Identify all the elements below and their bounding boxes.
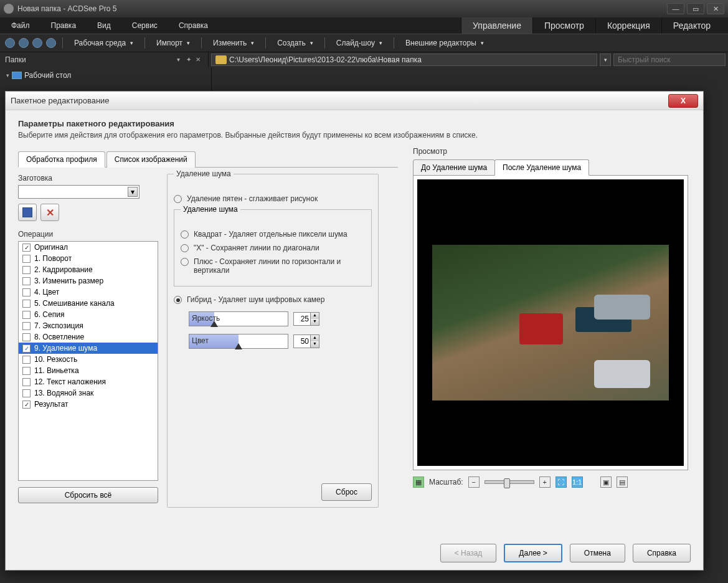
op-item-label: 12. Текст наложения (34, 377, 106, 386)
radio-plus[interactable]: Плюс - Сохраняет линии по горизонтали и … (181, 257, 365, 275)
menu-help[interactable]: Справка (174, 20, 213, 31)
menu-edit[interactable]: Правка (46, 20, 82, 31)
mode-develop[interactable]: Коррекция (595, 17, 661, 34)
nav-back-icon[interactable] (5, 38, 15, 48)
path-bar[interactable]: C:\Users\Леонид\Pictures\2013-02-22\люба… (211, 54, 597, 66)
checkbox-icon[interactable] (22, 266, 31, 274)
op-item[interactable]: 13. Водяной знак (19, 387, 158, 399)
checkbox-icon[interactable] (22, 288, 31, 296)
menu-view[interactable]: Вид (92, 20, 116, 31)
checkbox-icon[interactable] (22, 378, 31, 386)
menubar: Файл Правка Вид Сервис Справка Управлени… (0, 17, 728, 34)
zoom-11-icon[interactable]: 1:1 (572, 476, 583, 488)
close-button[interactable]: ✕ (707, 3, 724, 14)
op-item[interactable]: ✓9. Удаление шума (19, 343, 158, 354)
back-button[interactable]: < Назад (440, 544, 497, 562)
maximize-button[interactable]: ▭ (687, 3, 704, 14)
op-item-label: 11. Виньетка (34, 366, 79, 375)
op-item-label: 3. Изменить размер (34, 277, 103, 285)
op-item[interactable]: 7. Экспозиция (19, 320, 158, 331)
preset-combo[interactable]: ▾ (18, 185, 139, 199)
mode-manage[interactable]: Управление (461, 17, 532, 34)
op-item[interactable]: 10. Резкость (19, 354, 158, 365)
op-item[interactable]: 5. Смешивание канала (19, 298, 158, 309)
toolbar-modify[interactable]: Изменить▾ (208, 37, 259, 49)
tree-expand-icon[interactable]: ▾ (6, 72, 9, 78)
checkbox-icon[interactable] (22, 277, 31, 285)
op-item[interactable]: 12. Текст наложения (19, 376, 158, 387)
mode-edit[interactable]: Редактор (661, 17, 722, 34)
toolbar-slideshow[interactable]: Слайд-шоу▾ (331, 37, 387, 49)
op-item[interactable]: 3. Изменить размер (19, 275, 158, 287)
tab-profile[interactable]: Обработка профиля (18, 151, 105, 168)
radio-despeckle[interactable]: Удаление пятен - сглаживает рисунок (174, 194, 372, 203)
reset-button[interactable]: Сброс (321, 483, 372, 501)
toolbar-workspace[interactable]: Рабочая среда▾ (69, 37, 138, 49)
pin-icon[interactable]: ✦ (186, 56, 194, 64)
op-item[interactable]: ✓Оригинал (19, 242, 158, 253)
radio-square[interactable]: Квадрат - Удаляет отдельные пиксели шума (181, 230, 365, 239)
delete-preset-button[interactable]: ✕ (40, 204, 59, 221)
zoom-slider[interactable] (485, 480, 534, 484)
op-item[interactable]: 6. Сепия (19, 309, 158, 320)
help-button[interactable]: Справка (633, 544, 691, 562)
color-slider[interactable]: Цвет (189, 334, 288, 349)
checkbox-icon[interactable] (22, 367, 31, 375)
preview-tool1-icon[interactable]: ▣ (600, 476, 612, 488)
checkbox-icon[interactable] (22, 333, 31, 341)
radio-hybrid[interactable]: Гибрид - Удаляет шум цифровых камер (174, 295, 372, 304)
brightness-spinner[interactable]: ▲▼ (293, 312, 319, 326)
checkbox-icon[interactable] (22, 255, 31, 263)
nav-forward-icon[interactable] (19, 38, 29, 48)
op-item[interactable]: 11. Виньетка (19, 365, 158, 376)
brightness-slider[interactable]: Яркость (189, 311, 288, 326)
radio-x[interactable]: "X" - Сохраняет линии по диагонали (181, 244, 365, 252)
op-item[interactable]: 2. Кадрирование (19, 264, 158, 275)
toolbar-create[interactable]: Создать▾ (272, 37, 318, 49)
checkbox-icon[interactable]: ✓ (22, 244, 31, 252)
reset-all-button[interactable]: Сбросить всё (18, 487, 158, 503)
cancel-button[interactable]: Отмена (570, 544, 625, 562)
menu-file[interactable]: Файл (6, 20, 35, 31)
op-item-label: 4. Цвет (34, 288, 59, 296)
checkbox-icon[interactable] (22, 389, 31, 397)
checkbox-icon[interactable]: ✓ (22, 401, 31, 409)
menu-service[interactable]: Сервис (127, 20, 163, 31)
op-item[interactable]: 8. Осветление (19, 331, 158, 343)
preview-tool2-icon[interactable]: ▤ (617, 476, 628, 488)
nav-up-icon[interactable] (32, 38, 42, 48)
path-dropdown-icon[interactable]: ▾ (600, 54, 611, 66)
op-item[interactable]: 1. Поворот (19, 253, 158, 264)
zoom-fit-icon[interactable]: ⛶ (555, 476, 567, 488)
monitor-icon (12, 72, 22, 79)
checkbox-icon[interactable] (22, 356, 31, 364)
preview-mode-icon[interactable]: ▦ (413, 476, 424, 488)
batch-edit-dialog: Пакетное редактирование X Параметры паке… (5, 91, 704, 571)
checkbox-icon[interactable]: ✓ (22, 344, 31, 353)
save-icon (22, 207, 32, 217)
nav-refresh-icon[interactable] (46, 38, 56, 48)
mode-view[interactable]: Просмотр (532, 17, 595, 34)
app-icon (4, 4, 14, 14)
tab-images[interactable]: Список изображений (106, 151, 196, 168)
color-spinner[interactable]: ▲▼ (293, 334, 319, 348)
zoom-out-icon[interactable]: − (468, 476, 480, 488)
quick-search-input[interactable] (613, 54, 726, 66)
op-item[interactable]: 4. Цвет (19, 287, 158, 298)
dialog-close-button[interactable]: X (668, 94, 698, 108)
preview-tab-before[interactable]: До Удаление шума (413, 159, 495, 176)
minimize-button[interactable]: — (667, 3, 684, 14)
op-item[interactable]: ✓Результат (19, 399, 158, 410)
toolbar-import[interactable]: Импорт▾ (151, 37, 195, 49)
checkbox-icon[interactable] (22, 300, 31, 308)
checkbox-icon[interactable] (22, 311, 31, 319)
chevron-down-icon[interactable]: ▾ (177, 56, 184, 64)
next-button[interactable]: Далее > (504, 544, 562, 562)
save-preset-button[interactable] (18, 204, 37, 221)
zoom-in-icon[interactable]: + (539, 476, 551, 488)
tree-item-desktop[interactable]: ▾ Рабочий стол (5, 70, 206, 81)
checkbox-icon[interactable] (22, 322, 31, 330)
preview-tab-after[interactable]: После Удаление шума (494, 159, 589, 176)
close-panel-icon[interactable]: ✕ (196, 56, 203, 64)
toolbar-external[interactable]: Внешние редакторы▾ (400, 37, 489, 49)
